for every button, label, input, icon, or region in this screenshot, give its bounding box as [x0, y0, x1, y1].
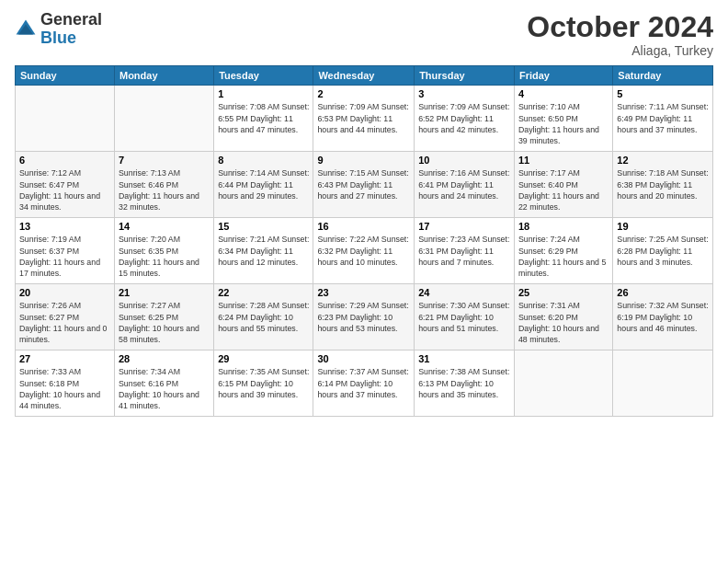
- calendar-cell: [114, 86, 213, 152]
- day-number: 27: [19, 353, 110, 364]
- calendar-cell: 13Sunrise: 7:19 AM Sunset: 6:37 PM Dayli…: [16, 218, 115, 284]
- day-info: Sunrise: 7:09 AM Sunset: 6:53 PM Dayligh…: [317, 101, 410, 135]
- day-number: 8: [218, 155, 309, 166]
- day-number: 12: [617, 155, 709, 166]
- day-number: 4: [518, 88, 609, 99]
- logo: General Blue: [15, 11, 102, 48]
- day-info: Sunrise: 7:22 AM Sunset: 6:32 PM Dayligh…: [317, 234, 410, 268]
- calendar-week-row: 1Sunrise: 7:08 AM Sunset: 6:55 PM Daylig…: [16, 86, 713, 152]
- day-number: 29: [218, 353, 309, 364]
- day-number: 18: [518, 221, 609, 232]
- calendar-cell: 12Sunrise: 7:18 AM Sunset: 6:38 PM Dayli…: [613, 152, 713, 218]
- weekday-header-monday: Monday: [114, 66, 213, 86]
- calendar-cell: 25Sunrise: 7:31 AM Sunset: 6:20 PM Dayli…: [514, 284, 612, 350]
- day-info: Sunrise: 7:32 AM Sunset: 6:19 PM Dayligh…: [617, 300, 709, 334]
- day-number: 21: [119, 287, 210, 298]
- weekday-header-sunday: Sunday: [16, 66, 115, 86]
- title-block: October 2024 Aliaga, Turkey: [527, 11, 713, 58]
- calendar-cell: 30Sunrise: 7:37 AM Sunset: 6:14 PM Dayli…: [313, 350, 415, 417]
- day-info: Sunrise: 7:16 AM Sunset: 6:41 PM Dayligh…: [418, 167, 510, 201]
- day-number: 20: [19, 287, 110, 298]
- calendar-week-row: 6Sunrise: 7:12 AM Sunset: 6:47 PM Daylig…: [16, 152, 713, 218]
- calendar-cell: 5Sunrise: 7:11 AM Sunset: 6:49 PM Daylig…: [613, 86, 713, 152]
- calendar-cell: 2Sunrise: 7:09 AM Sunset: 6:53 PM Daylig…: [313, 86, 415, 152]
- day-number: 19: [617, 221, 709, 232]
- day-info: Sunrise: 7:13 AM Sunset: 6:46 PM Dayligh…: [119, 167, 210, 213]
- weekday-header-thursday: Thursday: [415, 66, 515, 86]
- calendar-cell: 11Sunrise: 7:17 AM Sunset: 6:40 PM Dayli…: [514, 152, 612, 218]
- day-info: Sunrise: 7:09 AM Sunset: 6:52 PM Dayligh…: [418, 101, 510, 135]
- header: General Blue October 2024 Aliaga, Turkey: [15, 11, 713, 58]
- calendar-cell: 9Sunrise: 7:15 AM Sunset: 6:43 PM Daylig…: [313, 152, 415, 218]
- calendar-cell: 26Sunrise: 7:32 AM Sunset: 6:19 PM Dayli…: [613, 284, 713, 350]
- weekday-header-row: SundayMondayTuesdayWednesdayThursdayFrid…: [16, 66, 713, 86]
- month-title: October 2024: [527, 11, 713, 43]
- calendar-table: SundayMondayTuesdayWednesdayThursdayFrid…: [15, 65, 713, 417]
- calendar-cell: 6Sunrise: 7:12 AM Sunset: 6:47 PM Daylig…: [16, 152, 115, 218]
- calendar-cell: 22Sunrise: 7:28 AM Sunset: 6:24 PM Dayli…: [214, 284, 313, 350]
- day-number: 17: [418, 221, 510, 232]
- day-info: Sunrise: 7:20 AM Sunset: 6:35 PM Dayligh…: [119, 234, 210, 279]
- day-number: 25: [518, 287, 609, 298]
- day-info: Sunrise: 7:24 AM Sunset: 6:29 PM Dayligh…: [518, 234, 609, 279]
- day-number: 26: [617, 287, 709, 298]
- day-number: 28: [119, 353, 210, 364]
- day-number: 6: [19, 155, 110, 166]
- calendar-cell: 27Sunrise: 7:33 AM Sunset: 6:18 PM Dayli…: [16, 350, 115, 417]
- logo-icon: [15, 18, 37, 40]
- day-info: Sunrise: 7:21 AM Sunset: 6:34 PM Dayligh…: [218, 234, 309, 268]
- day-info: Sunrise: 7:25 AM Sunset: 6:28 PM Dayligh…: [617, 234, 709, 268]
- logo-text-blue: Blue: [40, 29, 102, 48]
- calendar-cell: 29Sunrise: 7:35 AM Sunset: 6:15 PM Dayli…: [214, 350, 313, 417]
- calendar-cell: 17Sunrise: 7:23 AM Sunset: 6:31 PM Dayli…: [415, 218, 515, 284]
- day-info: Sunrise: 7:23 AM Sunset: 6:31 PM Dayligh…: [418, 234, 510, 268]
- day-number: 11: [518, 155, 609, 166]
- day-number: 7: [119, 155, 210, 166]
- calendar-cell: 18Sunrise: 7:24 AM Sunset: 6:29 PM Dayli…: [514, 218, 612, 284]
- day-number: 5: [617, 88, 709, 99]
- day-info: Sunrise: 7:10 AM Sunset: 6:50 PM Dayligh…: [518, 101, 609, 146]
- day-info: Sunrise: 7:29 AM Sunset: 6:23 PM Dayligh…: [317, 300, 410, 334]
- calendar-cell: [514, 350, 612, 417]
- day-info: Sunrise: 7:08 AM Sunset: 6:55 PM Dayligh…: [218, 101, 309, 135]
- day-info: Sunrise: 7:31 AM Sunset: 6:20 PM Dayligh…: [518, 300, 609, 345]
- day-info: Sunrise: 7:33 AM Sunset: 6:18 PM Dayligh…: [19, 366, 110, 411]
- day-info: Sunrise: 7:14 AM Sunset: 6:44 PM Dayligh…: [218, 167, 309, 201]
- calendar-week-row: 20Sunrise: 7:26 AM Sunset: 6:27 PM Dayli…: [16, 284, 713, 350]
- calendar-cell: 1Sunrise: 7:08 AM Sunset: 6:55 PM Daylig…: [214, 86, 313, 152]
- calendar-cell: 24Sunrise: 7:30 AM Sunset: 6:21 PM Dayli…: [415, 284, 515, 350]
- calendar-cell: [613, 350, 713, 417]
- day-info: Sunrise: 7:19 AM Sunset: 6:37 PM Dayligh…: [19, 234, 110, 279]
- day-info: Sunrise: 7:38 AM Sunset: 6:13 PM Dayligh…: [418, 366, 510, 400]
- calendar-cell: 31Sunrise: 7:38 AM Sunset: 6:13 PM Dayli…: [415, 350, 515, 417]
- day-info: Sunrise: 7:18 AM Sunset: 6:38 PM Dayligh…: [617, 167, 709, 201]
- day-info: Sunrise: 7:34 AM Sunset: 6:16 PM Dayligh…: [119, 366, 210, 411]
- calendar-cell: 4Sunrise: 7:10 AM Sunset: 6:50 PM Daylig…: [514, 86, 612, 152]
- day-info: Sunrise: 7:35 AM Sunset: 6:15 PM Dayligh…: [218, 366, 309, 400]
- day-info: Sunrise: 7:12 AM Sunset: 6:47 PM Dayligh…: [19, 167, 110, 213]
- subtitle: Aliaga, Turkey: [527, 43, 713, 58]
- day-number: 22: [218, 287, 309, 298]
- calendar-cell: 15Sunrise: 7:21 AM Sunset: 6:34 PM Dayli…: [214, 218, 313, 284]
- calendar-cell: 10Sunrise: 7:16 AM Sunset: 6:41 PM Dayli…: [415, 152, 515, 218]
- calendar-week-row: 13Sunrise: 7:19 AM Sunset: 6:37 PM Dayli…: [16, 218, 713, 284]
- calendar-cell: 23Sunrise: 7:29 AM Sunset: 6:23 PM Dayli…: [313, 284, 415, 350]
- day-info: Sunrise: 7:26 AM Sunset: 6:27 PM Dayligh…: [19, 300, 110, 345]
- calendar-cell: 19Sunrise: 7:25 AM Sunset: 6:28 PM Dayli…: [613, 218, 713, 284]
- day-number: 23: [317, 287, 410, 298]
- day-info: Sunrise: 7:28 AM Sunset: 6:24 PM Dayligh…: [218, 300, 309, 334]
- day-number: 10: [418, 155, 510, 166]
- day-info: Sunrise: 7:15 AM Sunset: 6:43 PM Dayligh…: [317, 167, 410, 201]
- day-info: Sunrise: 7:30 AM Sunset: 6:21 PM Dayligh…: [418, 300, 510, 334]
- day-number: 30: [317, 353, 410, 364]
- day-info: Sunrise: 7:11 AM Sunset: 6:49 PM Dayligh…: [617, 101, 709, 135]
- page: General Blue October 2024 Aliaga, Turkey…: [0, 0, 728, 563]
- calendar-cell: 7Sunrise: 7:13 AM Sunset: 6:46 PM Daylig…: [114, 152, 213, 218]
- calendar-cell: 16Sunrise: 7:22 AM Sunset: 6:32 PM Dayli…: [313, 218, 415, 284]
- calendar-cell: [16, 86, 115, 152]
- calendar-cell: 14Sunrise: 7:20 AM Sunset: 6:35 PM Dayli…: [114, 218, 213, 284]
- calendar-cell: 8Sunrise: 7:14 AM Sunset: 6:44 PM Daylig…: [214, 152, 313, 218]
- day-number: 31: [418, 353, 510, 364]
- day-number: 13: [19, 221, 110, 232]
- calendar-cell: 20Sunrise: 7:26 AM Sunset: 6:27 PM Dayli…: [16, 284, 115, 350]
